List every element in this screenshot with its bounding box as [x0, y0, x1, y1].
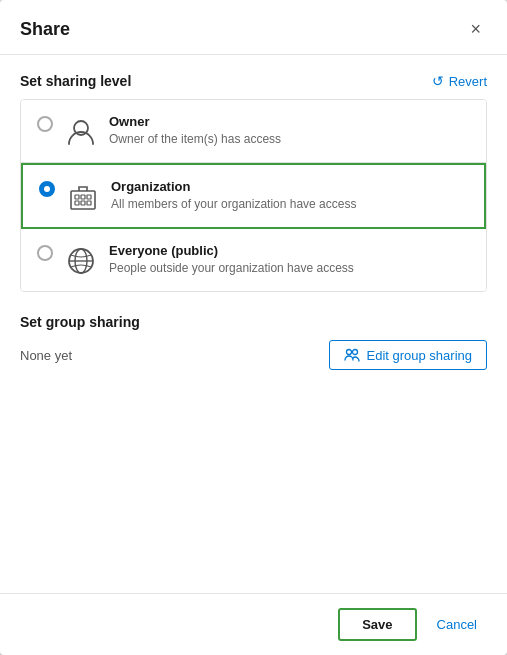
organization-icon — [67, 181, 99, 213]
group-sharing-row: None yet Edit group sharing — [20, 340, 487, 370]
dialog-footer: Save Cancel — [0, 593, 507, 655]
everyone-radio[interactable] — [37, 245, 53, 261]
close-button[interactable]: × — [464, 18, 487, 40]
owner-radio-circle — [37, 116, 53, 132]
share-dialog: Share × Set sharing level ↺ Revert — [0, 0, 507, 655]
sharing-level-title: Set sharing level — [20, 73, 131, 89]
owner-desc: Owner of the item(s) has access — [109, 132, 470, 146]
everyone-text: Everyone (public) People outside your or… — [109, 243, 470, 275]
dialog-header: Share × — [0, 0, 507, 55]
owner-radio[interactable] — [37, 116, 53, 132]
everyone-label: Everyone (public) — [109, 243, 470, 258]
svg-rect-1 — [71, 191, 95, 209]
svg-point-12 — [353, 350, 358, 355]
owner-option[interactable]: Owner Owner of the item(s) has access — [21, 100, 486, 163]
edit-group-sharing-button[interactable]: Edit group sharing — [329, 340, 487, 370]
group-sharing-header: Set group sharing — [20, 314, 487, 330]
revert-label: Revert — [449, 74, 487, 89]
organization-radio[interactable] — [39, 181, 55, 197]
cancel-button[interactable]: Cancel — [427, 610, 487, 639]
svg-rect-3 — [81, 195, 85, 199]
owner-text: Owner Owner of the item(s) has access — [109, 114, 470, 146]
organization-desc: All members of your organization have ac… — [111, 197, 468, 211]
edit-group-label: Edit group sharing — [366, 348, 472, 363]
svg-rect-4 — [87, 195, 91, 199]
everyone-desc: People outside your organization have ac… — [109, 261, 470, 275]
svg-rect-6 — [81, 201, 85, 205]
sharing-level-section: Set sharing level ↺ Revert — [20, 73, 487, 292]
revert-button[interactable]: ↺ Revert — [432, 73, 487, 89]
sharing-level-header: Set sharing level ↺ Revert — [20, 73, 487, 89]
none-yet-label: None yet — [20, 348, 72, 363]
organization-text: Organization All members of your organiz… — [111, 179, 468, 211]
svg-rect-5 — [75, 201, 79, 205]
everyone-radio-circle — [37, 245, 53, 261]
group-sharing-section: Set group sharing None yet Edit group sh… — [20, 314, 487, 370]
owner-label: Owner — [109, 114, 470, 129]
everyone-icon — [65, 245, 97, 277]
group-sharing-icon — [344, 347, 360, 363]
owner-icon — [65, 116, 97, 148]
svg-point-11 — [347, 350, 352, 355]
svg-rect-7 — [87, 201, 91, 205]
dialog-title: Share — [20, 19, 70, 40]
everyone-option[interactable]: Everyone (public) People outside your or… — [21, 229, 486, 291]
organization-radio-circle — [39, 181, 55, 197]
revert-icon: ↺ — [432, 73, 444, 89]
group-sharing-title: Set group sharing — [20, 314, 140, 330]
svg-rect-2 — [75, 195, 79, 199]
organization-option[interactable]: Organization All members of your organiz… — [21, 163, 486, 229]
sharing-options: Owner Owner of the item(s) has access — [20, 99, 487, 292]
save-button[interactable]: Save — [338, 608, 416, 641]
dialog-body: Set sharing level ↺ Revert — [0, 55, 507, 593]
organization-label: Organization — [111, 179, 468, 194]
